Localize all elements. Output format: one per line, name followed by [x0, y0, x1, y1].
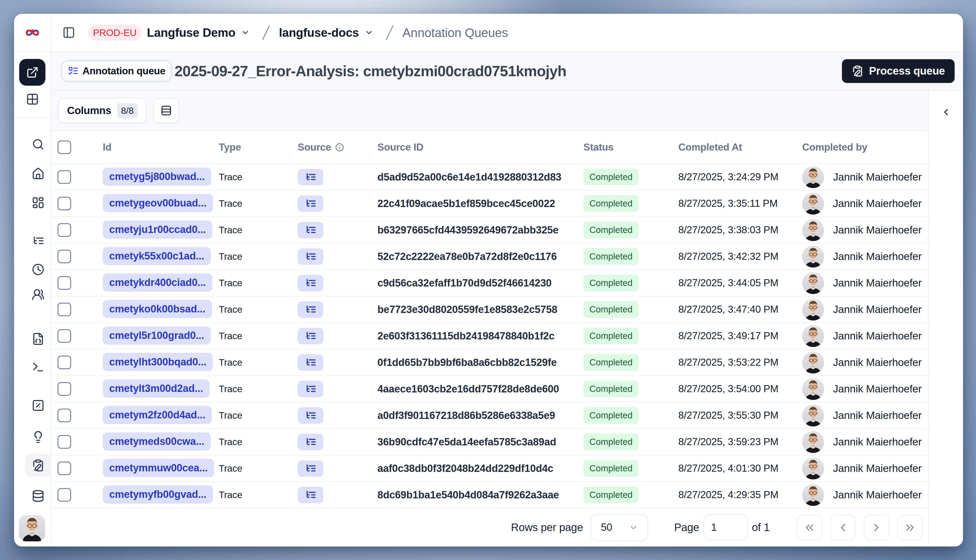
first-page-button[interactable] — [797, 515, 822, 540]
process-queue-button-label: Process queue — [869, 65, 945, 77]
source-trace-button[interactable] — [298, 169, 324, 185]
row-checkbox[interactable] — [58, 462, 71, 475]
table-row[interactable]: cmetykdr400ciad0... Trace c9d56ca32efaff… — [51, 270, 928, 297]
table-row[interactable]: cmetymmuw00cea... Trace aaf0c38db0f3f204… — [51, 455, 928, 482]
item-id-badge[interactable]: cmetyg5j800bwad... — [103, 168, 211, 186]
source-trace-button[interactable] — [298, 195, 324, 212]
table-row[interactable]: cmetyg5j800bwad... Trace d5ad9d52a00c6e1… — [51, 164, 928, 190]
source-trace-button[interactable] — [298, 434, 324, 450]
sidebar-item-annotation-queues[interactable] — [25, 454, 51, 477]
sidebar-item-prompts[interactable] — [25, 327, 51, 350]
column-header-type[interactable]: Type — [219, 142, 298, 153]
item-id-badge[interactable]: cmetylht300bqad0... — [103, 353, 213, 371]
row-checkbox[interactable] — [58, 382, 71, 396]
source-trace-button[interactable] — [298, 354, 324, 371]
sidebar-item-scores[interactable] — [25, 394, 51, 417]
item-id-badge[interactable]: cmetyju1r00ccad0... — [103, 220, 212, 238]
sidebar-item-users[interactable] — [25, 283, 51, 306]
item-id-badge[interactable]: cmetylt3m00d2ad... — [103, 380, 210, 398]
sidebar-item-sessions[interactable] — [25, 258, 51, 281]
chevron-down-icon[interactable] — [241, 28, 250, 37]
sidebar-toggle-button[interactable] — [62, 26, 75, 39]
source-trace-button[interactable] — [298, 487, 324, 503]
column-header-completed-at[interactable]: Completed At — [678, 142, 802, 153]
item-type: Trace — [219, 304, 298, 315]
sidebar-item-evaluators[interactable] — [25, 425, 51, 448]
page-number-input[interactable]: 1 — [704, 514, 748, 540]
rows-per-page-select[interactable]: 50 — [591, 514, 648, 541]
item-id-badge[interactable]: cmetymeds00cwa... — [103, 432, 210, 450]
sidebar-item-dashboards[interactable] — [25, 191, 51, 214]
table-row[interactable]: cmetylht300bqad0... Trace 0f1dd65b7bb9bf… — [51, 350, 928, 376]
column-header-id[interactable]: Id — [103, 142, 219, 153]
item-id-badge[interactable]: cmetym2fz00d4ad... — [103, 406, 212, 424]
table-row[interactable]: cmetyk55x00c1ad... Trace 52c72c2222ea78e… — [51, 243, 928, 270]
table-row[interactable]: cmetyju1r00ccad0... Trace b63297665cfd44… — [51, 217, 928, 243]
item-id-badge[interactable]: cmetymmuw00cea... — [103, 459, 214, 477]
column-header-completed-by[interactable]: Completed by — [802, 142, 928, 153]
user-avatar — [802, 484, 824, 506]
breadcrumb-org[interactable]: Langfuse Demo — [147, 26, 235, 40]
select-all-checkbox[interactable] — [58, 140, 71, 154]
source-trace-button[interactable] — [298, 275, 324, 292]
process-queue-button[interactable]: Process queue — [842, 59, 954, 83]
collapse-panel-button[interactable] — [936, 102, 956, 122]
status-badge: Completed — [584, 407, 639, 424]
row-checkbox[interactable] — [58, 223, 71, 237]
table-row[interactable]: cmetygeov00buad... Trace 22c41f09acae5b1… — [51, 190, 928, 217]
source-trace-button[interactable] — [298, 328, 324, 344]
item-id-badge[interactable]: cmetyl5r100grad0... — [103, 327, 210, 345]
row-checkbox[interactable] — [58, 276, 71, 290]
row-checkbox[interactable] — [58, 408, 71, 422]
item-id-badge[interactable]: cmetymyfb00gvad... — [103, 485, 213, 503]
row-checkbox[interactable] — [58, 488, 71, 502]
source-trace-button[interactable] — [298, 222, 324, 238]
row-height-button[interactable] — [153, 98, 179, 123]
chevron-down-icon[interactable] — [364, 28, 374, 37]
table-row[interactable]: cmetyko0k00bsad... Trace be7723e30d80205… — [51, 297, 928, 323]
sidebar-item-search[interactable] — [25, 133, 51, 156]
sidebar-item-playground[interactable] — [25, 355, 51, 378]
item-id-badge[interactable]: cmetykdr400ciad0... — [103, 273, 212, 292]
item-id-badge[interactable]: cmetyko0k00bsad... — [103, 300, 212, 318]
source-trace-button[interactable] — [298, 460, 324, 477]
next-page-button[interactable] — [864, 515, 889, 540]
table-row[interactable]: cmetymeds00cwa... Trace 36b90cdfc47e5da1… — [51, 429, 928, 455]
row-checkbox[interactable] — [58, 197, 71, 210]
source-trace-button[interactable] — [298, 248, 324, 265]
item-id-badge[interactable]: cmetygeov00buad... — [103, 194, 213, 212]
breadcrumb-project[interactable]: langfuse-docs — [279, 26, 359, 40]
sidebar-item-traces[interactable] — [25, 229, 51, 252]
source-trace-button[interactable] — [298, 381, 324, 397]
sidebar-item-datasets[interactable] — [25, 484, 51, 508]
list-tree-icon — [32, 234, 45, 247]
row-checkbox[interactable] — [58, 250, 71, 263]
column-header-source[interactable]: Source — [298, 142, 377, 153]
item-id-badge[interactable]: cmetyk55x00c1ad... — [103, 247, 210, 265]
row-checkbox[interactable] — [58, 303, 71, 316]
table-body: cmetyg5j800bwad... Trace d5ad9d52a00c6e1… — [51, 164, 928, 508]
source-trace-button[interactable] — [298, 407, 324, 424]
status-badge: Completed — [584, 433, 639, 450]
column-header-status[interactable]: Status — [584, 142, 678, 153]
row-checkbox[interactable] — [58, 435, 71, 448]
table-row[interactable]: cmetylt3m00d2ad... Trace 4aaece1603cb2e1… — [51, 376, 928, 402]
row-checkbox[interactable] — [58, 170, 71, 184]
row-checkbox-cell — [51, 356, 103, 369]
column-header-source-id[interactable]: Source ID — [377, 142, 584, 153]
columns-button[interactable]: Columns 8/8 — [58, 98, 146, 123]
status-badge: Completed — [584, 195, 639, 212]
completed-by-name: Jannik Maierhoefer — [833, 462, 922, 474]
table-row[interactable]: cmetyl5r100grad0... Trace 2e603f31361115… — [51, 323, 928, 350]
user-avatar[interactable] — [19, 515, 45, 542]
table-row[interactable]: cmetym2fz00d4ad... Trace a0df3f901167218… — [51, 402, 928, 429]
row-checkbox[interactable] — [58, 356, 71, 369]
info-icon[interactable] — [335, 143, 344, 152]
source-trace-button[interactable] — [298, 302, 324, 318]
row-checkbox[interactable] — [58, 329, 71, 343]
table-row[interactable]: cmetymyfb00gvad... Trace 8dc69b1ba1e540b… — [51, 482, 928, 508]
last-page-button[interactable] — [897, 515, 923, 540]
completed-by-name: Jannik Maierhoefer — [833, 171, 922, 183]
previous-page-button[interactable] — [830, 515, 856, 540]
sidebar-item-home[interactable] — [25, 162, 51, 185]
